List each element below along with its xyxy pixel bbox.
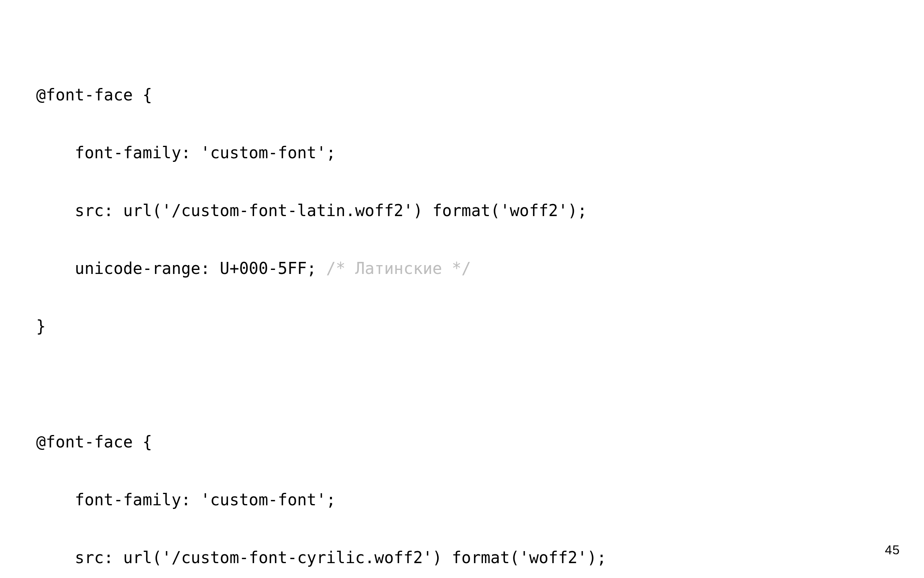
indent [36, 138, 75, 167]
blank-line [36, 370, 888, 398]
code-line: unicode-range: U+000-5FF; /* Латинские *… [36, 254, 888, 283]
code-line: src: url('/custom-font-latin.woff2') for… [36, 196, 888, 225]
code-line: } [36, 312, 888, 341]
code-line: font-family: 'custom-font'; [36, 138, 888, 167]
rule-open: @font-face { [36, 433, 152, 451]
indent [36, 485, 75, 514]
slide: @font-face { font-family: 'custom-font';… [0, 0, 924, 578]
code-line: src: url('/custom-font-cyrilic.woff2') f… [36, 543, 888, 572]
property-unicode-range: unicode-range: U+000-5FF; [75, 259, 326, 278]
property-font-family: font-family: 'custom-font'; [75, 490, 336, 509]
property-src: src: url('/custom-font-cyrilic.woff2') f… [75, 548, 607, 567]
code-line: font-family: 'custom-font'; [36, 485, 888, 514]
indent [36, 543, 75, 572]
code-line: @font-face { [36, 80, 888, 109]
indent [36, 196, 75, 225]
rule-close: } [36, 317, 46, 335]
code-block: @font-face { font-family: 'custom-font';… [36, 80, 888, 578]
comment-latin: /* Латинские */ [326, 259, 471, 278]
property-src: src: url('/custom-font-latin.woff2') for… [75, 201, 587, 220]
rule-open: @font-face { [36, 86, 152, 104]
page-number: 45 [885, 539, 900, 562]
code-line: @font-face { [36, 427, 888, 456]
indent [36, 254, 75, 283]
property-font-family: font-family: 'custom-font'; [75, 143, 336, 162]
